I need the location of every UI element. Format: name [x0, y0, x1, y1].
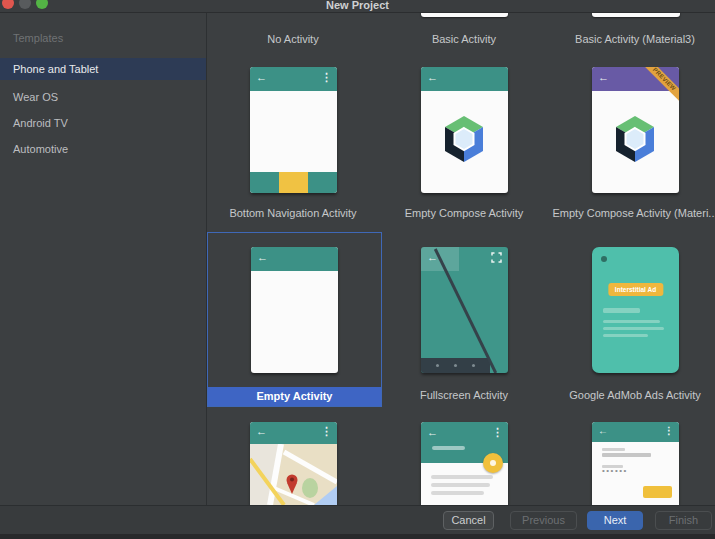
template-label-bottom-navigation-activity: Bottom Navigation Activity: [203, 207, 383, 219]
mock-appbar: ← ⋮: [250, 67, 337, 91]
kebab-menu-icon: ⋮: [664, 425, 674, 437]
template-label-no-activity: No Activity: [203, 33, 383, 45]
selected-template-label: Empty Activity: [208, 387, 381, 406]
back-arrow-icon: ←: [598, 425, 608, 437]
sidebar: Templates Phone and Tablet Wear OS Andro…: [0, 13, 207, 505]
dialog-footer: Cancel Previous Next Finish: [0, 505, 715, 539]
mock-nav-bar: [421, 358, 490, 373]
back-arrow-icon: ←: [427, 426, 438, 438]
template-card-google-maps-activity[interactable]: ← ⋮: [250, 422, 337, 505]
jetpack-compose-logo-icon: [613, 115, 657, 163]
template-card-empty-compose-activity[interactable]: ←: [421, 67, 508, 193]
mock-login-button: [643, 486, 672, 498]
back-arrow-icon: ←: [256, 425, 267, 437]
template-label-google-admob-ads-activity: Google AdMob Ads Activity: [545, 389, 715, 401]
titlebar: New Project: [0, 0, 715, 13]
template-label-empty-compose-activity-material3: Empty Compose Activity (Materi...: [545, 207, 715, 219]
template-label-basic-activity: Basic Activity: [374, 33, 554, 45]
template-card-google-admob-ads-activity[interactable]: Interstitial Ad: [592, 247, 679, 373]
mock-bottom-nav: [250, 172, 337, 193]
sidebar-item-android-tv[interactable]: Android TV: [0, 112, 206, 134]
mock-title-placeholder: [432, 446, 465, 450]
mock-phone: ←: [251, 247, 338, 373]
template-card-bottom-navigation-activity[interactable]: ← ⋮: [250, 67, 337, 193]
template-card-fullscreen-activity[interactable]: ←: [421, 247, 508, 373]
sidebar-item-phone-and-tablet[interactable]: Phone and Tablet: [0, 58, 206, 80]
interstitial-ad-badge: Interstitial Ad: [608, 283, 663, 296]
mock-appbar: ← ⋮: [592, 422, 679, 442]
fullscreen-icon: [491, 252, 502, 263]
sidebar-item-automotive[interactable]: Automotive: [0, 138, 206, 160]
finish-button[interactable]: Finish: [655, 511, 712, 530]
diagonal-line: [434, 248, 497, 373]
back-arrow-icon: ←: [257, 251, 268, 263]
mock-appbar: ←: [421, 67, 508, 91]
kebab-menu-icon: ⋮: [321, 425, 332, 437]
fab-icon: [483, 453, 503, 473]
template-label-empty-compose-activity: Empty Compose Activity: [374, 207, 554, 219]
template-label-fullscreen-activity: Fullscreen Activity: [374, 389, 554, 401]
previous-button[interactable]: Previous: [510, 511, 577, 530]
template-card-login-activity[interactable]: ← ⋮ ••••••: [592, 422, 679, 505]
sidebar-header: Templates: [13, 32, 63, 44]
back-arrow-icon: ←: [427, 71, 438, 83]
kebab-menu-icon: ⋮: [492, 426, 503, 438]
map-graphic: [250, 444, 337, 505]
back-arrow-icon: ←: [256, 71, 267, 83]
password-dots: ••••••: [602, 466, 628, 475]
next-button[interactable]: Next: [587, 511, 643, 530]
sidebar-item-wear-os[interactable]: Wear OS: [0, 86, 206, 108]
template-card-empty-compose-activity-material3[interactable]: ← PREVIEW: [592, 67, 679, 193]
mock-dot: [601, 256, 607, 262]
preview-ribbon: PREVIEW: [635, 67, 679, 111]
new-project-dialog: New Project Templates Phone and Tablet W…: [0, 0, 715, 539]
mock-appbar: ← ⋮: [250, 422, 337, 444]
template-card-basic-views-activity[interactable]: ← ⋮: [421, 422, 508, 505]
kebab-menu-icon: ⋮: [321, 71, 332, 83]
template-card-empty-activity-selected[interactable]: ← Empty Activity: [207, 232, 382, 407]
template-label-basic-activity-material3: Basic Activity (Material3): [545, 33, 715, 45]
back-arrow-icon: ←: [598, 71, 609, 83]
mock-appbar: ←: [251, 247, 338, 271]
window-title: New Project: [0, 0, 715, 11]
jetpack-compose-logo-icon: [442, 115, 486, 163]
cancel-button[interactable]: Cancel: [443, 511, 494, 530]
